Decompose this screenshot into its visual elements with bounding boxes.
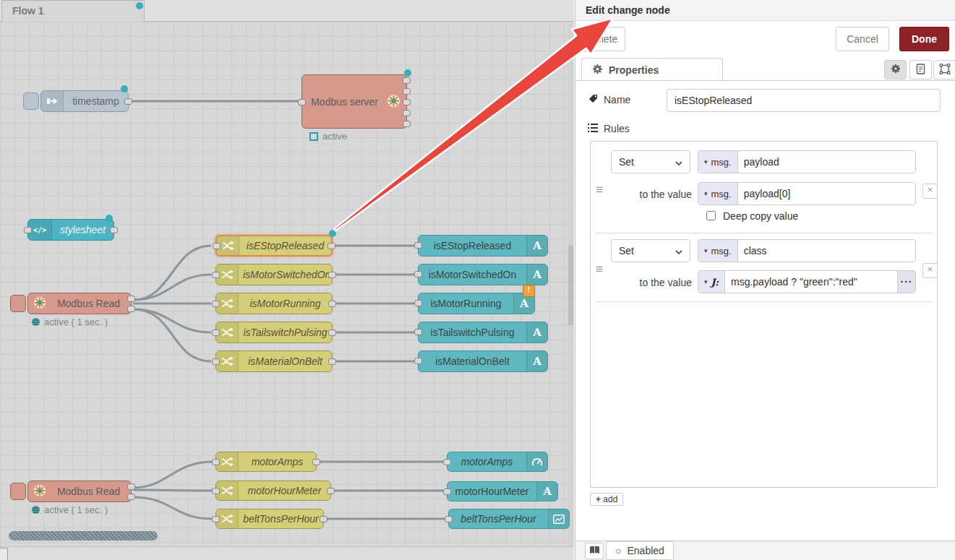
node-ui-isMotorRunning[interactable]: isMotorRunning A [418,293,535,314]
edit-properties-button[interactable] [884,60,907,79]
inject-button[interactable] [23,92,39,110]
node-ui-isMotorSwitchedOn[interactable]: isMotorSwitchedOn A [418,264,548,285]
delete-button[interactable]: Delete [581,27,625,51]
input-port[interactable] [24,227,32,233]
output-port-3[interactable] [403,99,411,105]
output-port-2[interactable] [403,88,411,95]
rule2-action-select[interactable]: Set [611,239,690,262]
input-port[interactable] [212,488,220,494]
input-port[interactable] [212,301,220,307]
typed-input-value[interactable]: msg.payload ? "green":"red" [725,271,897,293]
node-modbus-read-bottom[interactable]: Modbus Read [27,481,132,502]
node-inject-timestamp[interactable]: timestamp [40,90,129,112]
input-port[interactable] [213,243,220,249]
rule1-delete-button[interactable]: × [922,184,938,199]
input-port[interactable] [212,459,220,465]
input-port[interactable] [445,516,453,522]
output-port-1[interactable] [127,296,135,302]
input-port[interactable] [414,358,422,364]
output-port[interactable] [327,488,335,494]
name-input[interactable]: isEStopReleased [667,89,941,112]
output-port[interactable] [328,358,336,365]
modbus-read-button[interactable] [10,483,26,500]
output-port-5[interactable] [403,121,411,127]
drag-handle-icon[interactable]: ≡ [596,186,603,194]
output-port[interactable] [328,301,336,307]
node-ui-isEStopReleased[interactable]: isEStopReleased A [418,235,548,257]
rule1-action-select[interactable]: Set [611,150,690,173]
flow-tab[interactable]: Flow 1 [1,0,145,22]
rule1-property-input[interactable]: ▾msg. payload [698,150,916,173]
node-change-isEStopReleased[interactable]: isEStopReleased [215,235,333,257]
input-port[interactable] [212,329,220,336]
modbus-read-button[interactable] [10,295,26,312]
rule1-value-input[interactable]: ▾msg. payload[0] [698,182,916,205]
node-change-isMaterialOnBelt[interactable]: isMaterialOnBelt [215,350,333,372]
output-port[interactable] [312,459,320,465]
node-ui-isTailswitchPulsing[interactable]: isTailswitchPulsing A [418,322,548,343]
output-port[interactable] [124,98,132,105]
input-port[interactable] [414,242,422,249]
output-port[interactable] [328,272,336,278]
output-port-2[interactable] [127,306,135,312]
node-ui-isMaterialOnBelt[interactable]: isMaterialOnBelt A [418,350,548,372]
node-ui-beltTonsPerHour[interactable]: beltTonsPerHour [448,509,570,529]
output-port[interactable] [110,227,118,233]
input-port[interactable] [212,272,220,278]
typed-input-value[interactable]: payload [738,151,915,173]
rule2-value-input[interactable]: ▾J: msg.payload ? "green":"red" ··· [698,270,916,293]
canvas-footer-control[interactable] [0,548,8,560]
canvas-vscrollbar-thumb[interactable] [568,246,573,325]
node-change-beltTonsPerHour[interactable]: beltTonsPerHour [215,509,324,529]
rule2-property-input[interactable]: ▾msg. class [698,239,916,262]
typed-input-type-button[interactable]: ▾msg. [698,183,738,204]
output-port[interactable] [328,329,336,336]
node-label: isMaterialOnBelt [239,356,332,367]
deep-copy-checkbox[interactable] [706,211,716,220]
input-port[interactable] [443,459,451,465]
node-change-isMotorRunning[interactable]: isMotorRunning [215,293,333,314]
node-appearance-button[interactable] [933,60,955,79]
done-button[interactable]: Done [899,27,949,51]
node-change-isTailswitchPulsing[interactable]: isTailswitchPulsing [215,322,333,343]
input-port[interactable] [298,99,306,105]
cancel-button[interactable]: Cancel [836,27,889,51]
typed-input-value[interactable]: payload[0] [738,183,915,204]
node-ui-motorHourMeter[interactable]: motorHourMeter A [447,481,558,501]
typed-input-type-button[interactable]: ▾msg. [698,240,738,262]
output-port-2[interactable] [127,494,135,500]
edit-tray-title: Edit change node [575,0,955,21]
expression-editor-button[interactable]: ··· [897,271,915,293]
canvas-hscrollbar-thumb[interactable] [9,531,158,540]
output-port-1[interactable] [127,483,135,490]
node-enabled-toggle[interactable]: ○ Enabled [606,541,674,560]
add-rule-button[interactable]: + add [590,493,623,506]
node-change-motorHourMeter[interactable]: motorHourMeter [215,481,331,501]
output-port[interactable] [320,516,327,522]
input-port[interactable] [212,358,220,365]
node-change-isMotorSwitchedOn[interactable]: isMotorSwitchedOn [215,264,333,285]
input-port[interactable] [212,516,220,522]
input-port[interactable] [443,488,451,495]
node-modbus-read-top[interactable]: Modbus Read [27,293,132,314]
input-port[interactable] [414,329,422,335]
output-port[interactable] [327,243,335,249]
rule2-delete-button[interactable]: × [922,263,938,278]
input-port[interactable] [414,271,422,277]
node-ui-motorAmps[interactable]: motorAmps [447,452,548,472]
node-change-motorAmps[interactable]: motorAmps [215,452,317,472]
edit-description-button[interactable] [909,60,932,79]
typed-input-type-button[interactable]: ▾msg. [698,151,738,173]
drag-handle-icon[interactable]: ≡ [596,266,603,273]
tab-properties[interactable]: Properties [581,58,723,81]
gauge-icon [526,452,547,471]
node-modbus-server[interactable]: Modbus server [301,74,407,129]
input-port[interactable] [414,300,422,306]
docs-button[interactable] [585,543,604,559]
node-stylesheet[interactable]: </> stylesheet [27,219,114,241]
output-port-4[interactable] [403,110,411,116]
typed-input-value[interactable]: class [738,240,915,262]
flow-tab-label: Flow 1 [12,5,44,17]
output-port-1[interactable] [403,77,411,84]
typed-input-type-button[interactable]: ▾J: [698,271,725,293]
